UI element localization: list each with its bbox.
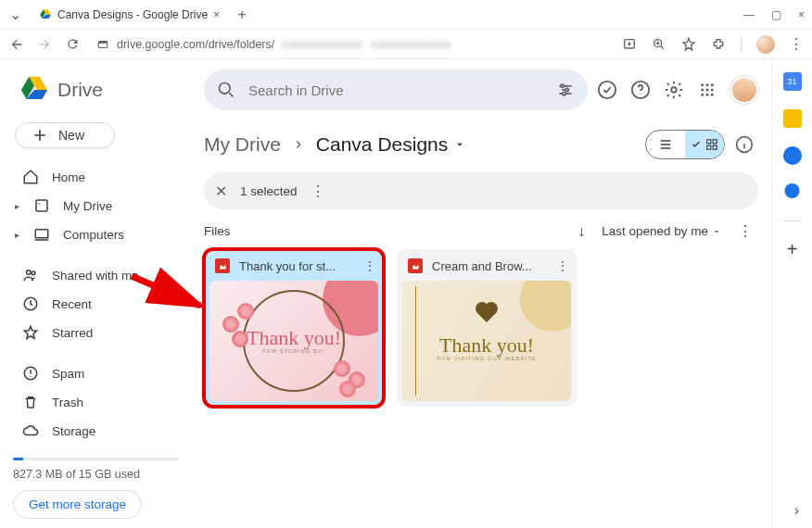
sidebar-item-spam[interactable]: Spam bbox=[13, 359, 187, 387]
breadcrumb-root[interactable]: My Drive bbox=[204, 133, 281, 156]
reload-button[interactable] bbox=[63, 35, 82, 54]
star-icon bbox=[22, 324, 39, 341]
file-card[interactable]: Cream and Brow... ⋮ Thank you!FOR VISITI… bbox=[397, 249, 577, 407]
contacts-app-icon[interactable] bbox=[783, 183, 802, 202]
url-field[interactable]: drive.google.com/drive/folders/ xxxxxxxx… bbox=[91, 38, 612, 51]
zoom-icon[interactable] bbox=[651, 36, 667, 53]
drive-logo-icon bbox=[19, 74, 50, 106]
search-input[interactable] bbox=[248, 82, 543, 98]
close-tab-icon[interactable]: × bbox=[213, 8, 220, 21]
svg-rect-28 bbox=[713, 140, 717, 144]
storage-bar bbox=[13, 458, 178, 460]
file-name: Cream and Brow... bbox=[432, 259, 547, 273]
chrome-menu-icon[interactable]: ⋮ bbox=[788, 36, 805, 53]
view-toggle[interactable] bbox=[645, 130, 725, 159]
svg-point-20 bbox=[711, 83, 714, 86]
sidebar-item-recent[interactable]: Recent bbox=[13, 290, 187, 318]
caret-icon[interactable]: ▸ bbox=[15, 230, 24, 240]
svg-rect-29 bbox=[707, 145, 711, 149]
home-icon bbox=[22, 169, 39, 185]
dropdown-caret-icon[interactable] bbox=[453, 138, 466, 151]
drive-logo[interactable]: Drive bbox=[13, 69, 187, 109]
sidebar-item-home[interactable]: Home bbox=[13, 163, 187, 191]
sidebar-item-computers[interactable]: ▸Computers bbox=[13, 220, 187, 248]
spam-icon bbox=[22, 365, 39, 382]
selection-bar: ✕ 1 selected ⋮ bbox=[204, 172, 758, 209]
svg-point-24 bbox=[701, 94, 704, 96]
svg-point-22 bbox=[706, 89, 709, 92]
grid-view-button[interactable] bbox=[685, 131, 724, 158]
clear-selection-button[interactable]: ✕ bbox=[215, 182, 227, 200]
sidebar-item-my-drive[interactable]: ▸My Drive bbox=[13, 192, 187, 220]
file-more-icon[interactable]: ⋮ bbox=[363, 258, 376, 273]
browser-tab-strip: ⌄ Canva Designs - Google Drive × + — ▢ × bbox=[0, 0, 812, 30]
url-redacted: xxxxxxxxxxxx xxxxxxxxxxxx bbox=[282, 38, 451, 51]
caret-icon[interactable]: ▸ bbox=[15, 201, 24, 211]
browser-tab[interactable]: Canva Designs - Google Drive × bbox=[32, 1, 227, 29]
address-bar: drive.google.com/drive/folders/ xxxxxxxx… bbox=[0, 30, 812, 59]
file-name: Thank you for st... bbox=[239, 259, 354, 273]
search-icon bbox=[217, 81, 235, 99]
add-on-button[interactable]: + bbox=[783, 240, 802, 258]
sidebar-item-shared[interactable]: Shared with me bbox=[13, 261, 187, 289]
get-more-storage-button[interactable]: Get more storage bbox=[13, 490, 142, 519]
minimize-window-icon[interactable]: — bbox=[743, 8, 755, 21]
chrome-profile-avatar[interactable] bbox=[756, 35, 775, 54]
url-text: drive.google.com/drive/folders/ bbox=[117, 38, 274, 51]
svg-rect-27 bbox=[707, 140, 711, 144]
search-bar[interactable] bbox=[204, 69, 588, 110]
apps-grid-icon[interactable] bbox=[697, 80, 717, 100]
drive-favicon-icon bbox=[39, 8, 52, 21]
sidebar-item-starred[interactable]: Starred bbox=[13, 319, 187, 346]
chevron-right-icon bbox=[292, 138, 305, 151]
sort-dropdown[interactable]: Last opened by me bbox=[602, 224, 721, 238]
bookmark-icon[interactable] bbox=[680, 36, 697, 53]
svg-point-26 bbox=[711, 94, 714, 96]
svg-point-13 bbox=[565, 88, 568, 91]
svg-point-12 bbox=[561, 84, 564, 87]
maximize-window-icon[interactable]: ▢ bbox=[771, 8, 781, 21]
calendar-app-icon[interactable] bbox=[783, 72, 802, 91]
new-button[interactable]: New bbox=[15, 122, 115, 148]
tab-title: Canva Designs - Google Drive bbox=[57, 8, 208, 21]
sort-direction-icon[interactable]: ↓ bbox=[577, 223, 585, 240]
files-more-icon[interactable]: ⋮ bbox=[738, 222, 753, 240]
close-window-icon[interactable]: × bbox=[798, 8, 805, 21]
computer-icon bbox=[33, 226, 50, 243]
sidebar-item-storage[interactable]: Storage bbox=[13, 417, 187, 445]
svg-point-14 bbox=[563, 93, 565, 95]
keep-app-icon[interactable] bbox=[783, 109, 802, 128]
list-view-button[interactable] bbox=[646, 131, 685, 158]
site-info-icon[interactable] bbox=[96, 38, 109, 51]
files-section-label: Files bbox=[204, 224, 231, 238]
sidebar: Drive New Home ▸My Drive ▸Computers Shar… bbox=[0, 59, 195, 528]
hide-side-panel-icon[interactable]: › bbox=[794, 502, 799, 519]
install-app-icon[interactable] bbox=[621, 36, 638, 53]
file-thumbnail: Thank you!FOR STOPING BY! bbox=[209, 281, 378, 401]
people-icon bbox=[22, 267, 39, 283]
trash-icon bbox=[22, 394, 39, 410]
extensions-icon[interactable] bbox=[710, 36, 727, 53]
selection-more-icon[interactable]: ⋮ bbox=[311, 182, 325, 200]
svg-point-25 bbox=[706, 94, 709, 96]
svg-rect-1 bbox=[98, 41, 107, 43]
forward-button[interactable] bbox=[35, 35, 54, 54]
support-icon[interactable] bbox=[630, 80, 651, 100]
details-icon[interactable] bbox=[734, 134, 755, 155]
breadcrumb-current[interactable]: Canva Designs bbox=[316, 133, 466, 156]
file-thumbnail: Thank you!FOR VISITING OUR WEBSITE bbox=[402, 281, 571, 401]
account-avatar[interactable] bbox=[730, 76, 758, 104]
offline-ready-icon[interactable] bbox=[597, 80, 617, 100]
settings-icon[interactable] bbox=[664, 80, 684, 100]
image-file-icon bbox=[408, 258, 423, 273]
svg-rect-4 bbox=[36, 200, 47, 211]
tasks-app-icon[interactable] bbox=[783, 146, 802, 165]
svg-point-17 bbox=[671, 87, 677, 93]
sidebar-item-trash[interactable]: Trash bbox=[13, 388, 187, 416]
search-options-icon[interactable] bbox=[556, 81, 575, 99]
file-card[interactable]: Thank you for st... ⋮ Thank you!FOR STOP… bbox=[204, 249, 384, 407]
back-button[interactable] bbox=[7, 35, 26, 54]
new-tab-button[interactable]: + bbox=[231, 4, 253, 26]
tab-dropdown-icon[interactable]: ⌄ bbox=[4, 4, 26, 26]
file-more-icon[interactable]: ⋮ bbox=[556, 258, 569, 273]
